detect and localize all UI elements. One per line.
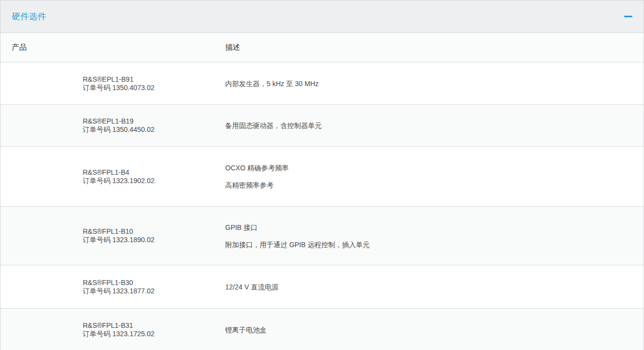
collapse-button[interactable] bbox=[623, 13, 633, 20]
section-title: 硬件选件 bbox=[12, 11, 46, 22]
product-code: R&S®FPL1-B31 bbox=[83, 321, 214, 330]
description-cell: 备用固态驱动器，含控制器单元 bbox=[214, 121, 644, 130]
order-number: 订单号码 1350.4450.02 bbox=[83, 126, 214, 134]
order-number: 订单号码 1323.1877.02 bbox=[83, 287, 214, 295]
description-cell: 锂离子电池盒 bbox=[214, 325, 644, 335]
order-number: 订单号码 1350.4073.02 bbox=[83, 84, 214, 92]
table-row: R&S®EPL1-B91 订单号码 1350.4073.02 内部发生器，5 k… bbox=[0, 63, 644, 105]
product-code: R&S®FPL1-B10 bbox=[83, 227, 214, 236]
description-line: 内部发生器，5 kHz 至 30 MHz bbox=[225, 79, 644, 89]
table-row: R&S®FPL1-B31 订单号码 1323.1725.02 锂离子电池盒 bbox=[0, 309, 644, 350]
product-cell: R&S®FPL1-B4 订单号码 1323.1902.02 bbox=[0, 168, 214, 185]
description-cell: 内部发生器，5 kHz 至 30 MHz bbox=[214, 79, 644, 89]
description-line: 12/24 V 直流电源 bbox=[225, 282, 644, 292]
product-cell: R&S®FPL1-B31 订单号码 1323.1725.02 bbox=[0, 321, 214, 338]
options-table: 产品 描述 R&S®EPL1-B91 订单号码 1350.4073.02 内部发… bbox=[0, 33, 644, 350]
product-cell: R&S®EPL1-B91 订单号码 1350.4073.02 bbox=[0, 75, 214, 92]
order-number: 订单号码 1323.1890.02 bbox=[83, 236, 214, 244]
description-line: 锂离子电池盒 bbox=[225, 325, 644, 335]
description-line: 备用固态驱动器，含控制器单元 bbox=[225, 121, 644, 130]
table-row: R&S®FPL1-B10 订单号码 1323.1890.02 GPIB 接口 附… bbox=[0, 207, 644, 265]
order-number: 订单号码 1323.1902.02 bbox=[83, 177, 214, 185]
description-line: 附加接口，用于通过 GPIB 远程控制，插入单元 bbox=[225, 240, 644, 250]
product-code: R&S®EPL1-B19 bbox=[83, 117, 214, 126]
order-number: 订单号码 1323.1725.02 bbox=[83, 330, 214, 338]
product-cell: R&S®FPL1-B30 订单号码 1323.1877.02 bbox=[0, 279, 214, 295]
description-cell: 12/24 V 直流电源 bbox=[214, 282, 644, 292]
product-code: R&S®FPL1-B4 bbox=[83, 168, 214, 177]
table-row: R&S®FPL1-B30 订单号码 1323.1877.02 12/24 V 直… bbox=[0, 265, 644, 309]
product-cell: R&S®EPL1-B19 订单号码 1350.4450.02 bbox=[0, 117, 214, 134]
description-line: 高精密频率参考 bbox=[225, 180, 644, 190]
description-line: OCXO 精确参考频率 bbox=[225, 163, 644, 173]
description-line: GPIB 接口 bbox=[225, 223, 644, 232]
table-row: R&S®EPL1-B19 订单号码 1350.4450.02 备用固态驱动器，含… bbox=[0, 105, 644, 147]
table-header-row: 产品 描述 bbox=[0, 33, 644, 63]
description-cell: GPIB 接口 附加接口，用于通过 GPIB 远程控制，插入单元 bbox=[214, 223, 644, 250]
description-cell: OCXO 精确参考频率 高精密频率参考 bbox=[214, 163, 644, 190]
product-code: R&S®FPL1-B30 bbox=[83, 279, 214, 287]
column-header-description: 描述 bbox=[214, 43, 644, 52]
hardware-options-panel: 硬件选件 产品 描述 R&S®EPL1-B91 订单号码 1350.4073.0… bbox=[0, 0, 644, 350]
minus-icon bbox=[624, 16, 632, 17]
column-header-product: 产品 bbox=[0, 43, 214, 52]
product-cell: R&S®FPL1-B10 订单号码 1323.1890.02 bbox=[0, 227, 214, 244]
table-row: R&S®FPL1-B4 订单号码 1323.1902.02 OCXO 精确参考频… bbox=[0, 147, 644, 207]
accordion-header[interactable]: 硬件选件 bbox=[0, 0, 644, 33]
product-code: R&S®EPL1-B91 bbox=[83, 75, 214, 84]
